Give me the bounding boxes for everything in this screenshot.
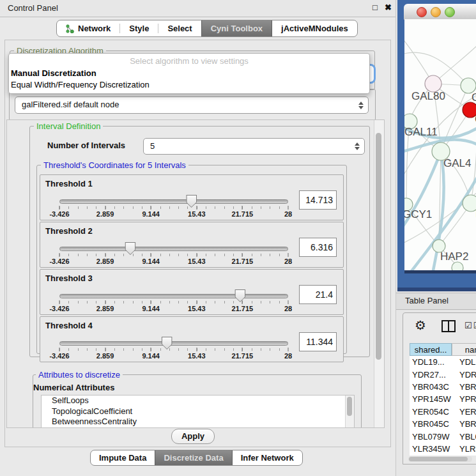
network-window-titlebar[interactable] <box>404 4 476 20</box>
column-header-shared-name[interactable]: shared... <box>410 343 452 356</box>
threshold-1-label: Threshold 1 <box>45 179 93 188</box>
tab-discretize-data[interactable]: Discretize Data <box>155 450 232 465</box>
slider-minor-ticks <box>59 254 288 256</box>
column-header-name[interactable]: name <box>452 343 476 356</box>
table-row[interactable]: YDR27...YDR2 <box>410 368 476 380</box>
list-scrollbar[interactable] <box>345 395 354 428</box>
slider-track[interactable] <box>59 294 288 298</box>
table-row[interactable]: YER054CYER0 <box>410 406 476 418</box>
threshold-1-slider[interactable]: -3.426 2.859 9.144 15.43 21.715 28 <box>59 198 288 216</box>
table-row[interactable]: YBR045CYBR0 <box>410 418 476 430</box>
threshold-4-slider[interactable]: -3.426 2.859 9.144 15.43 21.715 28 <box>59 340 288 358</box>
threshold-3-slider[interactable]: -3.426 2.859 9.144 15.43 21.715 28 <box>59 293 288 311</box>
split-view-icon[interactable] <box>441 320 456 332</box>
list-scrollbar-thumb[interactable] <box>347 397 352 416</box>
slider-handle[interactable] <box>162 337 173 349</box>
table-horizontal-scrollbar[interactable] <box>408 456 472 462</box>
cell[interactable]: YBL0 <box>452 432 476 441</box>
cell[interactable]: YER0 <box>452 407 476 417</box>
cell[interactable]: YBR043C <box>410 382 452 392</box>
numerical-attributes-list[interactable]: SelfLoops TopologicalCoefficient Between… <box>41 395 355 428</box>
slider-track[interactable] <box>59 247 288 251</box>
network-canvas[interactable]: GAL80 GA C GAL11 GAL4 GCY1 H HAP2 <box>404 19 476 270</box>
node-partial-bottom[interactable] <box>452 262 463 270</box>
slider-track[interactable] <box>59 341 288 346</box>
threshold-2-slider[interactable]: -3.426 2.859 9.144 15.43 21.715 28 <box>59 245 288 263</box>
panel-scrollbar[interactable] <box>374 120 384 427</box>
cell[interactable]: YPR145W <box>410 394 452 404</box>
table-row[interactable]: YLR345WYLR3 <box>410 443 476 455</box>
cell[interactable]: YBR045C <box>410 419 452 429</box>
cell[interactable]: YDL1 <box>452 357 476 367</box>
network-view-window: GAL80 GA C GAL11 GAL4 GCY1 H HAP2 <box>397 0 476 291</box>
list-item[interactable]: TopologicalCoefficient <box>42 406 354 417</box>
apply-button[interactable]: Apply <box>171 429 215 444</box>
gear-icon[interactable]: ⚙ <box>415 318 426 333</box>
tab-jactivemnodules[interactable]: jActiveMNodules <box>272 20 357 36</box>
tab-select[interactable]: Select <box>158 20 201 36</box>
node-label-gal11: GAL11 <box>404 126 438 138</box>
close-button[interactable] <box>417 7 427 17</box>
table-data-value: galFiltered.sif default node <box>22 97 119 112</box>
threshold-2-value-field[interactable]: 6.316 <box>299 238 337 257</box>
float-window-icon[interactable]: □ <box>372 3 378 12</box>
scrollbar-thumb[interactable] <box>409 457 468 461</box>
slider-handle[interactable] <box>186 195 197 208</box>
cell[interactable]: YBL079W <box>410 432 452 441</box>
tab-cyni-toolbox-label: Cyni Toolbox <box>211 24 263 33</box>
slider-handle[interactable] <box>234 289 245 302</box>
cell[interactable]: YLR345W <box>410 444 452 454</box>
cell[interactable]: YDL19... <box>410 357 452 367</box>
cell[interactable]: YBR0 <box>452 419 476 429</box>
table-row[interactable]: YBL079WYBL0 <box>410 430 476 442</box>
settings-scroll-area: Interval Definition Number of Intervals … <box>6 119 385 428</box>
panel-scrollbar-thumb[interactable] <box>376 133 381 360</box>
tab-network[interactable]: Network <box>57 20 119 36</box>
tab-infer-network-label: Infer Network <box>241 453 294 463</box>
node-selected-red[interactable] <box>463 102 476 118</box>
checkbox-icons[interactable]: ☑☑ <box>464 321 476 330</box>
tab-cyni-toolbox[interactable]: Cyni Toolbox <box>201 20 272 36</box>
list-item[interactable]: SelfLoops <box>42 395 354 406</box>
cell[interactable]: YDR2 <box>452 370 476 380</box>
tab-style-label: Style <box>129 24 149 33</box>
number-of-intervals-combobox[interactable]: 5 <box>143 138 365 155</box>
control-panel-title: Control Panel <box>8 3 58 13</box>
tick-label: 21.715 <box>232 352 254 360</box>
threshold-3-value-field[interactable]: 21.4 <box>299 285 337 304</box>
close-icon[interactable]: ✖ <box>385 3 392 12</box>
control-panel-tabbar: Network Style Select Cyni Toolbox jActiv… <box>56 20 358 37</box>
cell[interactable]: YER054C <box>410 407 452 417</box>
table-header-row: shared... name <box>410 343 476 356</box>
cell[interactable]: YDR27... <box>410 370 452 380</box>
table-row[interactable]: YIL052CYIL0 <box>410 455 476 456</box>
cell[interactable]: YPR1 <box>452 394 476 404</box>
dropdown-option-manual-discretization[interactable]: Manual Discretization <box>11 68 96 79</box>
tab-infer-network[interactable]: Infer Network <box>233 450 302 465</box>
table-row[interactable]: YDL19...YDL1 <box>410 356 476 368</box>
cell[interactable]: YBR0 <box>452 382 476 392</box>
numerical-attributes-label: Numerical Attributes <box>33 383 114 392</box>
table-data-combobox[interactable]: galFiltered.sif default node <box>15 96 369 114</box>
threshold-3-label: Threshold 3 <box>45 273 93 283</box>
minimize-button[interactable] <box>431 7 441 17</box>
tick-label: 28 <box>284 352 292 360</box>
table-row[interactable]: YPR145WYPR1 <box>410 393 476 405</box>
node-label-partial-ga: GA <box>472 91 476 104</box>
tick-label: 15.43 <box>188 210 206 218</box>
zoom-button[interactable] <box>445 7 455 17</box>
threshold-4-value-field[interactable]: 11.344 <box>299 332 337 351</box>
cell[interactable]: YLR3 <box>452 444 476 454</box>
list-item[interactable]: BetweennessCentrality <box>42 417 354 427</box>
tick-label: 28 <box>284 257 292 265</box>
number-of-intervals-value: 5 <box>150 139 155 154</box>
dropdown-option-equal-width-frequency[interactable]: Equal Width/Frequency Discretization <box>11 80 150 90</box>
tab-select-label: Select <box>167 24 192 33</box>
tab-style[interactable]: Style <box>120 20 158 36</box>
threshold-1-value-field[interactable]: 14.713 <box>299 190 337 210</box>
slider-handle[interactable] <box>125 242 135 255</box>
node-partial-right[interactable] <box>463 195 476 211</box>
table-row[interactable]: YBR043CYBR0 <box>410 381 476 393</box>
tab-impute-data[interactable]: Impute Data <box>91 450 155 465</box>
slider-track[interactable] <box>59 199 288 204</box>
